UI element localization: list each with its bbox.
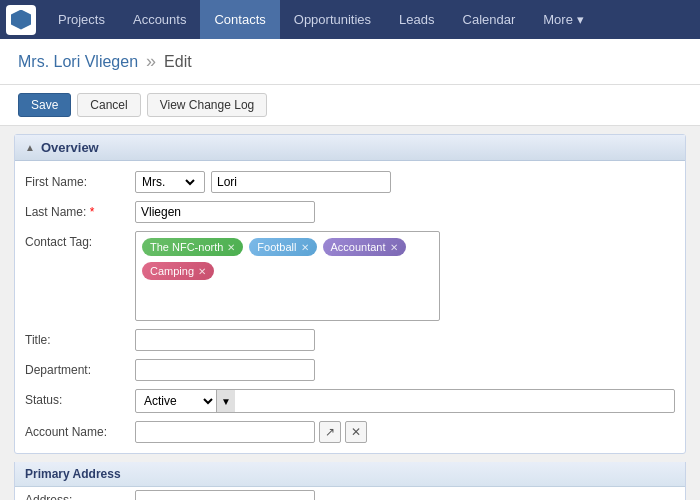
- overview-panel: ▲ Overview First Name: Mrs. Mr. Ms. Dr.: [14, 134, 686, 454]
- account-clear-icon[interactable]: ✕: [345, 421, 367, 443]
- breadcrumb: Mrs. Lori Vliegen » Edit: [0, 39, 700, 85]
- nav-projects[interactable]: Projects: [44, 0, 119, 39]
- address-label: Address:: [25, 490, 135, 500]
- address-header[interactable]: Primary Address: [15, 462, 685, 487]
- nav-more[interactable]: More ▾: [529, 0, 598, 39]
- title-label: Title:: [25, 329, 135, 347]
- tag-nfc-remove[interactable]: ✕: [227, 242, 235, 253]
- status-label: Status:: [25, 389, 135, 407]
- address-section: Primary Address Address:: [14, 462, 686, 500]
- chevron-down-icon: ▾: [577, 12, 584, 27]
- nav-opportunities[interactable]: Opportunities: [280, 0, 385, 39]
- tag-football-label: Football: [257, 241, 296, 253]
- tag-camping-label: Camping: [150, 265, 194, 277]
- first-name-field: Mrs. Mr. Ms. Dr.: [135, 171, 675, 193]
- address-input[interactable]: [135, 490, 315, 500]
- contact-tag-row: Contact Tag: The NFC-north ✕ Football ✕ …: [15, 227, 685, 325]
- nav-contacts[interactable]: Contacts: [200, 0, 279, 39]
- nav-calendar[interactable]: Calendar: [449, 0, 530, 39]
- title-field: [135, 329, 675, 351]
- first-name-label: First Name:: [25, 171, 135, 189]
- cancel-button[interactable]: Cancel: [77, 93, 140, 117]
- tag-accountant-remove[interactable]: ✕: [390, 242, 398, 253]
- department-input[interactable]: [135, 359, 315, 381]
- clear-icon: ✕: [351, 425, 361, 439]
- title-input[interactable]: [135, 329, 315, 351]
- salutation-dropdown[interactable]: Mrs. Mr. Ms. Dr.: [138, 174, 198, 190]
- toolbar: Save Cancel View Change Log: [0, 85, 700, 126]
- account-name-row: Account Name: ↗ ✕: [15, 417, 685, 447]
- tag-camping-remove[interactable]: ✕: [198, 266, 206, 277]
- status-dropdown-arrow: ▼: [216, 390, 235, 412]
- form-body: First Name: Mrs. Mr. Ms. Dr. Last Name: …: [15, 161, 685, 453]
- status-select-wrapper[interactable]: Active Inactive ▼: [135, 389, 675, 413]
- collapse-icon: ▲: [25, 142, 35, 153]
- title-row: Title:: [15, 325, 685, 355]
- last-name-field: [135, 201, 675, 223]
- tag-nfc-label: The NFC-north: [150, 241, 223, 253]
- tag-accountant-label: Accountant: [331, 241, 386, 253]
- required-indicator: *: [90, 205, 95, 219]
- status-dropdown[interactable]: Active Inactive: [136, 393, 216, 409]
- breadcrumb-separator: »: [146, 51, 156, 72]
- nav-accounts[interactable]: Accounts: [119, 0, 200, 39]
- tag-container[interactable]: The NFC-north ✕ Football ✕ Accountant ✕ …: [135, 231, 440, 321]
- breadcrumb-action: Edit: [164, 53, 192, 71]
- tag-football-remove[interactable]: ✕: [301, 242, 309, 253]
- tag-camping[interactable]: Camping ✕: [142, 262, 214, 280]
- account-select-icon[interactable]: ↗: [319, 421, 341, 443]
- first-name-input[interactable]: [211, 171, 391, 193]
- last-name-row: Last Name: *: [15, 197, 685, 227]
- department-row: Department:: [15, 355, 685, 385]
- account-name-label: Account Name:: [25, 421, 135, 439]
- address-row: Address:: [15, 487, 685, 500]
- nav-leads[interactable]: Leads: [385, 0, 448, 39]
- arrow-icon: ↗: [325, 425, 335, 439]
- department-field: [135, 359, 675, 381]
- account-name-field: ↗ ✕: [135, 421, 675, 443]
- account-name-input[interactable]: [135, 421, 315, 443]
- contact-tag-label: Contact Tag:: [25, 231, 135, 249]
- navbar: Projects Accounts Contacts Opportunities…: [0, 0, 700, 39]
- tag-nfc[interactable]: The NFC-north ✕: [142, 238, 243, 256]
- status-row: Status: Active Inactive ▼: [15, 385, 685, 417]
- save-button[interactable]: Save: [18, 93, 71, 117]
- app-logo[interactable]: [6, 5, 36, 35]
- contact-tag-field: The NFC-north ✕ Football ✕ Accountant ✕ …: [135, 231, 675, 321]
- last-name-label: Last Name: *: [25, 201, 135, 219]
- last-name-input[interactable]: [135, 201, 315, 223]
- salutation-select[interactable]: Mrs. Mr. Ms. Dr.: [135, 171, 205, 193]
- first-name-row: First Name: Mrs. Mr. Ms. Dr.: [15, 167, 685, 197]
- department-label: Department:: [25, 359, 135, 377]
- overview-title: Overview: [41, 140, 99, 155]
- overview-header[interactable]: ▲ Overview: [15, 135, 685, 161]
- tag-football[interactable]: Football ✕: [249, 238, 316, 256]
- view-changelog-button[interactable]: View Change Log: [147, 93, 268, 117]
- record-name[interactable]: Mrs. Lori Vliegen: [18, 53, 138, 71]
- tag-accountant[interactable]: Accountant ✕: [323, 238, 406, 256]
- status-field: Active Inactive ▼: [135, 389, 675, 413]
